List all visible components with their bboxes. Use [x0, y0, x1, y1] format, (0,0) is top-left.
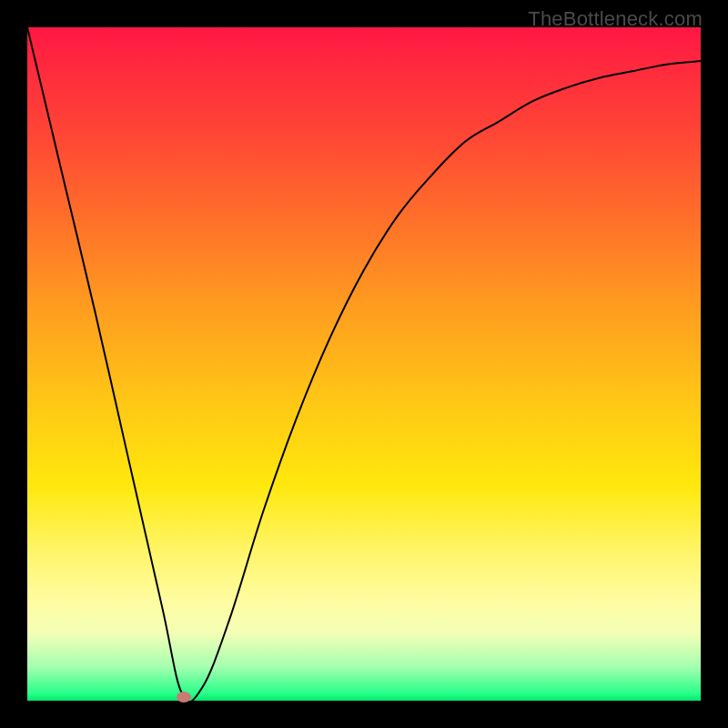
curve-line [27, 27, 701, 701]
curve-svg [27, 27, 701, 701]
chart-frame: TheBottleneck.com [0, 0, 728, 728]
watermark-text: TheBottleneck.com [528, 7, 703, 31]
plot-area [27, 27, 701, 701]
min-marker [177, 692, 191, 703]
